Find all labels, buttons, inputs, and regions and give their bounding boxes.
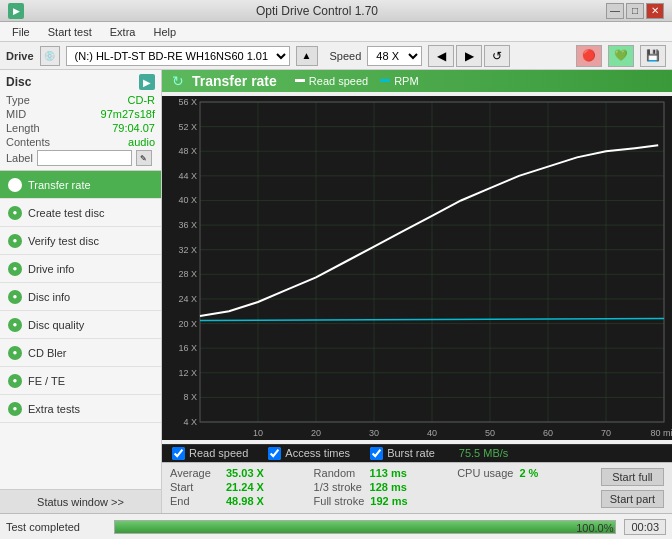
speed-next-button[interactable]: ▶ [456, 45, 482, 67]
read-speed-checkbox[interactable] [172, 447, 185, 460]
chart-checkboxes: Read speed Access times Burst rate 75.5 … [162, 444, 672, 462]
nav-disc-quality[interactable]: ● Disc quality [0, 311, 161, 339]
stat-col-2: Random 113 ms 1/3 stroke 128 ms Full str… [314, 467, 458, 509]
legend-rpm: RPM [380, 75, 418, 87]
nav-extra-tests[interactable]: ● Extra tests [0, 395, 161, 423]
nav-drive-info[interactable]: ● Drive info [0, 255, 161, 283]
nav-verify-test-disc[interactable]: ● Verify test disc [0, 227, 161, 255]
drive-icon: 💿 [40, 46, 60, 66]
nav-transfer-rate[interactable]: ● Transfer rate [0, 171, 161, 199]
stroke1-label: 1/3 stroke [314, 481, 364, 493]
access-times-check[interactable]: Access times [268, 447, 350, 460]
chart-column: ↻ Transfer rate Read speed RPM Read spe [162, 70, 672, 513]
status-window-button[interactable]: Status window >> [0, 489, 161, 513]
speed-select[interactable]: 48 X [367, 46, 422, 66]
close-button[interactable]: ✕ [646, 3, 664, 19]
progress-bar: 100.0% [114, 520, 616, 534]
stat-col-3: CPU usage 2 % [457, 467, 601, 509]
menu-file[interactable]: File [4, 24, 38, 40]
progress-percent: 100.0% [576, 521, 613, 535]
end-value: 48.98 X [226, 495, 264, 507]
minimize-button[interactable]: — [606, 3, 624, 19]
length-label: Length [6, 122, 40, 134]
start-part-button[interactable]: Start part [601, 490, 664, 508]
chart-container [162, 92, 672, 444]
chart-header: ↻ Transfer rate Read speed RPM [162, 70, 672, 92]
random-label: Random [314, 467, 364, 479]
type-label: Type [6, 94, 30, 106]
read-speed-check[interactable]: Read speed [172, 447, 248, 460]
end-label: End [170, 495, 220, 507]
stat-buttons: Start full Start part [601, 467, 664, 509]
burst-rate-check[interactable]: Burst rate [370, 447, 435, 460]
nav-fe-te-label: FE / TE [28, 375, 65, 387]
status-bar: Test completed 100.0% 00:03 [0, 513, 672, 539]
nav-create-test-disc-label: Create test disc [28, 207, 104, 219]
main-content: Disc ▶ Type CD-R MID 97m27s18f Length 79… [0, 70, 672, 513]
verify-test-disc-icon: ● [8, 234, 22, 248]
nav-disc-quality-label: Disc quality [28, 319, 84, 331]
speed-prev-button[interactable]: ◀ [428, 45, 454, 67]
maximize-button[interactable]: □ [626, 3, 644, 19]
cd-bler-icon: ● [8, 346, 22, 360]
menu-bar: File Start test Extra Help [0, 22, 672, 42]
burst-rate-checkbox[interactable] [370, 447, 383, 460]
contents-value: audio [128, 136, 155, 148]
mid-label: MID [6, 108, 26, 120]
nav-items: ● Transfer rate ● Create test disc ● Ver… [0, 171, 161, 489]
status-text: Test completed [6, 521, 106, 533]
type-value: CD-R [128, 94, 156, 106]
drive-label: Drive [6, 50, 34, 62]
window-title: Opti Drive Control 1.70 [28, 4, 606, 18]
disc-title: Disc [6, 75, 31, 89]
average-value: 35.03 X [226, 467, 264, 479]
legend-rpm-dot [380, 79, 390, 82]
label-edit-button[interactable]: ✎ [136, 150, 152, 166]
main-chart [162, 96, 672, 440]
status-time: 00:03 [624, 519, 666, 535]
length-value: 79:04.07 [112, 122, 155, 134]
disc-toggle[interactable]: ▶ [139, 74, 155, 90]
disc-section: Disc ▶ Type CD-R MID 97m27s18f Length 79… [0, 70, 161, 171]
chart-header-icon: ↻ [172, 73, 184, 89]
sidebar: Disc ▶ Type CD-R MID 97m27s18f Length 79… [0, 70, 162, 513]
average-label: Average [170, 467, 220, 479]
info-icon-button[interactable]: 💚 [608, 45, 634, 67]
nav-cd-bler[interactable]: ● CD Bler [0, 339, 161, 367]
stats-area: Average 35.03 X Start 21.24 X End 48.98 … [162, 462, 672, 513]
mid-value: 97m27s18f [101, 108, 155, 120]
speed-controls: ◀ ▶ ↺ [428, 45, 510, 67]
cpu-value: 2 % [519, 467, 538, 479]
contents-label: Contents [6, 136, 50, 148]
start-full-button[interactable]: Start full [601, 468, 664, 486]
nav-cd-bler-label: CD Bler [28, 347, 67, 359]
menu-help[interactable]: Help [145, 24, 184, 40]
legend-read-speed: Read speed [295, 75, 368, 87]
nav-disc-info[interactable]: ● Disc info [0, 283, 161, 311]
burst-rate-value: 75.5 MB/s [459, 447, 509, 459]
full-stroke-value: 192 ms [370, 495, 407, 507]
nav-create-test-disc[interactable]: ● Create test disc [0, 199, 161, 227]
drive-eject-button[interactable]: ▲ [296, 46, 318, 66]
menu-extra[interactable]: Extra [102, 24, 144, 40]
stroke1-value: 128 ms [370, 481, 407, 493]
legend-read-speed-dot [295, 79, 305, 82]
nav-fe-te[interactable]: ● FE / TE [0, 367, 161, 395]
cpu-label: CPU usage [457, 467, 513, 479]
chart-title: Transfer rate [192, 73, 277, 89]
menu-start-test[interactable]: Start test [40, 24, 100, 40]
extra-tests-icon: ● [8, 402, 22, 416]
title-bar: ▶ Opti Drive Control 1.70 — □ ✕ [0, 0, 672, 22]
start-value: 21.24 X [226, 481, 264, 493]
save-icon-button[interactable]: 💾 [640, 45, 666, 67]
label-input[interactable] [37, 150, 132, 166]
progress-bar-fill [115, 521, 615, 533]
full-stroke-label: Full stroke [314, 495, 365, 507]
nav-drive-info-label: Drive info [28, 263, 74, 275]
refresh-button[interactable]: ↺ [484, 45, 510, 67]
label-label: Label [6, 152, 33, 164]
disc-icon-button[interactable]: 🔴 [576, 45, 602, 67]
drive-select[interactable]: (N:) HL-DT-ST BD-RE WH16NS60 1.01 [66, 46, 290, 66]
create-test-disc-icon: ● [8, 206, 22, 220]
access-times-checkbox[interactable] [268, 447, 281, 460]
